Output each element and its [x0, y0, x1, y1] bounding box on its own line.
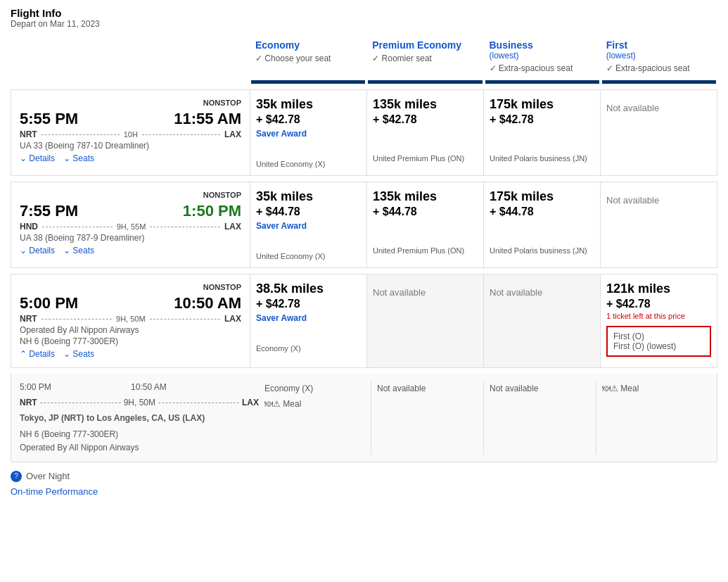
expanded-times: 5:00 PM 10:50 AM [20, 381, 259, 394]
first-feature: Extra-spacious seat [606, 63, 712, 73]
flight-2-eco-award: Saver Award [256, 221, 361, 231]
cabin-economy-header: Economy Choose your seat [250, 36, 366, 77]
overnight-info-icon[interactable]: ? [11, 471, 22, 482]
flight-2-origin: HND [20, 222, 38, 232]
flight-2-economy-price[interactable]: 35k miles + $44.78 Saver Award United Ec… [250, 182, 367, 267]
overnight-row: ? Over Night [11, 471, 717, 482]
flight-1-eco-class: United Economy (X) [256, 160, 361, 168]
flight-2-details-link[interactable]: ⌄ Details [20, 246, 55, 255]
business-lowest-link[interactable]: (lowest) [490, 51, 595, 61]
flight-2-first-price: Not available [601, 182, 717, 267]
expanded-prem-cell: Not available [371, 381, 484, 455]
flight-3-economy-price[interactable]: 38.5k miles + $42.78 Saver Award Economy… [250, 274, 367, 367]
flight-3-eco-class: Economy (X) [256, 344, 361, 353]
cabin-header-row: Economy Choose your seat Premium Economy… [11, 36, 717, 77]
flight-3-first-class: First (O) [613, 331, 704, 341]
expanded-operated: Operated By All Nippon Airways [20, 441, 259, 455]
flight-1-economy-price[interactable]: 35k miles + $42.78 Saver Award United Ec… [250, 90, 367, 175]
expanded-route-row: NRT 9H, 50M LAX [20, 396, 259, 410]
expanded-first-meal: 🍽⚠ Meal [602, 384, 703, 393]
depart-date: Depart on Mar 11, 2023 [11, 19, 717, 29]
flight-2-business-price[interactable]: 175k miles + $44.78 United Polaris busin… [484, 182, 601, 267]
flight-2-arrive: 1:50 PM [183, 202, 241, 220]
flight-3-aircraft: NH 6 (Boeing 777-300ER) [20, 336, 241, 346]
expanded-eco-meal: 🍽⚠ Meal [264, 399, 365, 409]
flight-2-prem-miles: 135k miles [373, 189, 478, 204]
expanded-dest: LAX [242, 396, 259, 410]
flight-3-first-highlighted[interactable]: First (O) First (O) (lowest) [606, 326, 711, 357]
flight-3-ticket-left: 1 ticket left at this price [606, 312, 711, 320]
flight-2-eco-price: + $44.78 [256, 205, 361, 218]
flight-3-arrive: 10:50 AM [174, 294, 241, 312]
first-link[interactable]: First [606, 39, 627, 51]
flight-1-details-link[interactable]: ⌄ Details [20, 153, 55, 163]
flight-1-business-price[interactable]: 175k miles + $42.78 United Polaris busin… [484, 90, 601, 175]
flight-3-biz-na: Not available [490, 281, 594, 303]
expanded-prem-class: Not available [377, 384, 426, 393]
meal-icon-first: 🍽⚠ [602, 384, 618, 393]
flight-3-seats-link[interactable]: ⌄ Seats [63, 349, 94, 359]
flight-1-first-price: Not available [601, 90, 717, 175]
economy-link[interactable]: Economy [255, 39, 300, 51]
economy-color-bar [251, 80, 365, 84]
flight-3-info: NONSTOP 5:00 PM 10:50 AM NRT 9H, 50M LAX… [11, 274, 250, 367]
flight-2-nonstop: NONSTOP [20, 191, 241, 199]
meal-label-first: Meal [620, 384, 639, 393]
expanded-biz-class: Not available [490, 384, 538, 393]
flight-1-prem-miles: 135k miles [373, 97, 478, 112]
premium-color-bar [368, 80, 482, 84]
flight-2-aircraft: UA 38 (Boeing 787-9 Dreamliner) [20, 233, 241, 243]
expanded-origin: NRT [20, 396, 37, 410]
cabin-premium-header: Premium Economy Roomier seat [366, 36, 483, 77]
flight-3-first-price[interactable]: 121k miles + $42.78 1 ticket left at thi… [601, 274, 717, 367]
flight-2-line [42, 227, 113, 227]
flight-3-operated: Operated By All Nippon Airways [20, 325, 241, 335]
expanded-eco-cell: Economy (X) 🍽⚠ Meal [259, 381, 371, 455]
flight-1-biz-miles: 175k miles [490, 97, 594, 112]
flight-1-origin: NRT [20, 129, 37, 139]
flight-row-2: NONSTOP 7:55 PM 1:50 PM HND 9H, 55M LAX … [11, 182, 717, 268]
business-color-bar [485, 80, 599, 84]
flight-2-premium-price[interactable]: 135k miles + $44.78 United Premium Plus … [367, 182, 484, 267]
flight-3-depart: 5:00 PM [20, 294, 78, 312]
flight-3-eco-price: + $42.78 [256, 298, 361, 310]
business-feature: Extra-spacious seat [490, 63, 595, 73]
flight-1-seats-link[interactable]: ⌄ Seats [63, 153, 94, 163]
flight-2-seats-link[interactable]: ⌄ Seats [63, 246, 94, 255]
flight-1-biz-price: + $42.78 [490, 113, 594, 126]
flight-1-premium-price[interactable]: 135k miles + $42.78 United Premium Plus … [367, 90, 484, 175]
flight-3-nonstop: NONSTOP [20, 283, 241, 291]
flight-2-links: ⌄ Details ⌄ Seats [20, 246, 241, 255]
flight-3-first-lowest: First (O) (lowest) [613, 341, 704, 351]
flight-2-dest: LAX [224, 222, 241, 232]
expanded-eco-class: Economy (X) [264, 384, 313, 393]
flight-2-first-na: Not available [606, 189, 711, 211]
flight-1-prem-price: + $42.78 [373, 113, 478, 126]
overnight-label: Over Night [26, 471, 70, 481]
flight-1-duration: 10H [124, 130, 138, 139]
flight-2-times: 7:55 PM 1:50 PM [20, 202, 241, 220]
flight-1-line2 [142, 134, 220, 135]
ontime-performance-link[interactable]: On-time Performance [11, 486, 98, 497]
business-link[interactable]: Business [490, 39, 533, 51]
flight-3-duration: 9H, 50M [116, 315, 146, 323]
flight-3-eco-miles: 38.5k miles [256, 281, 361, 296]
flight-3-dest: LAX [224, 314, 241, 324]
expanded-flight-col: 5:00 PM 10:50 AM NRT 9H, 50M LAX Tokyo, … [20, 381, 259, 455]
flight-1-biz-class: United Polaris business (JN) [490, 154, 594, 163]
expanded-first-cell: 🍽⚠ Meal [596, 381, 708, 455]
flight-3-line [41, 319, 112, 320]
flight-1-prem-class: United Premium Plus (ON) [373, 154, 478, 163]
premium-economy-link[interactable]: Premium Economy [372, 39, 461, 51]
first-lowest-link[interactable]: (lowest) [606, 51, 712, 61]
flight-2-biz-price: + $44.78 [490, 205, 594, 218]
flight-3-details-link[interactable]: ⌃ Details [20, 349, 55, 359]
flight-1-nonstop: NONSTOP [20, 99, 241, 107]
flight-3-links: ⌃ Details ⌄ Seats [20, 349, 241, 359]
first-color-bar [602, 80, 716, 84]
economy-feature: Choose your seat [255, 53, 361, 63]
flight-1-first-na: Not available [606, 97, 711, 119]
expanded-aircraft: NH 6 (Boeing 777-300ER) [20, 428, 259, 441]
flight-3-eco-award: Saver Award [256, 313, 361, 323]
flight-col-spacer [11, 36, 250, 77]
